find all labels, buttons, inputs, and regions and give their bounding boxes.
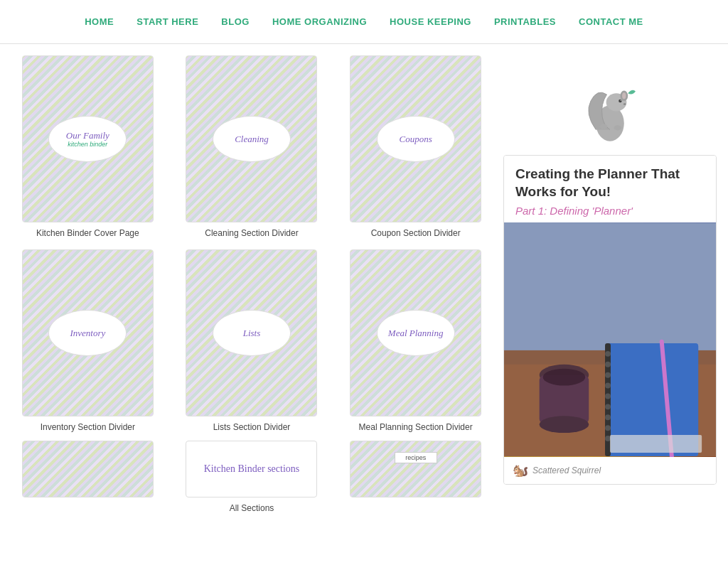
- binder-oval-meal-planning: Meal Planning: [377, 310, 455, 356]
- sections-suffix: sections: [267, 463, 299, 474]
- binder-card-coupons[interactable]: Coupons Coupon Section Divider: [339, 55, 492, 238]
- card-title-kitchen: Kitchen Binder Cover Page: [36, 228, 139, 238]
- binder-oval-inventory: Inventory: [48, 310, 127, 356]
- svg-point-4: [619, 99, 622, 103]
- svg-point-29: [543, 369, 586, 386]
- svg-point-26: [605, 436, 611, 441]
- binder-card-meal-planning[interactable]: Meal Planning Meal Planning Section Divi…: [339, 249, 492, 432]
- card-title-lists: Lists Section Divider: [213, 422, 291, 432]
- page-wrapper: Our Family kitchen binder Kitchen Binder…: [0, 44, 728, 565]
- sidebar: Creating the Planner That Works for You!…: [503, 55, 717, 554]
- svg-point-18: [605, 351, 611, 357]
- svg-point-8: [614, 125, 621, 130]
- promo-footer-text: Scattered Squirrel: [532, 466, 601, 475]
- bottom-thumbnail-3: recipes: [350, 441, 481, 497]
- binder-thumbnail-inventory: Inventory: [22, 249, 154, 416]
- squirrel-area: [503, 55, 717, 155]
- svg-point-20: [605, 372, 611, 378]
- bottom-card-1[interactable]: [11, 441, 164, 513]
- card-title-cleaning: Cleaning Section Divider: [205, 228, 298, 238]
- binder-oval-lists: Lists: [213, 310, 291, 356]
- svg-point-24: [605, 415, 611, 421]
- binder-thumbnail-meal-planning: Meal Planning: [350, 249, 481, 416]
- svg-point-22: [605, 394, 611, 399]
- binder-card-inventory[interactable]: Inventory Inventory Section Divider: [11, 249, 164, 432]
- svg-point-3: [622, 92, 626, 99]
- promo-footer: 🐿️ Scattered Squirrel: [504, 457, 716, 484]
- main-nav: HOME START HERE BLOG HOME ORGANIZING HOU…: [0, 0, 728, 44]
- squirrel-icon: [578, 68, 642, 146]
- nav-blog[interactable]: BLOG: [221, 16, 250, 27]
- card-title-inventory: Inventory Section Divider: [41, 422, 135, 432]
- binder-thumbnail-kitchen: Our Family kitchen binder: [22, 55, 154, 222]
- binder-oval-cleaning: Cleaning: [213, 116, 291, 162]
- chevron-bg: [350, 441, 481, 497]
- oval-main-label: Coupons: [400, 134, 432, 145]
- svg-point-7: [600, 124, 608, 129]
- oval-main-label: Inventory: [70, 328, 105, 339]
- svg-point-19: [605, 362, 611, 367]
- sections-title: Kitchen Binder sections: [204, 463, 300, 475]
- svg-point-6: [623, 103, 626, 105]
- sections-prefix: Kitchen Binder: [204, 463, 267, 474]
- promo-subtitle: Part 1: Defining 'Planner': [515, 205, 705, 217]
- oval-sub-label: kitchen binder: [68, 141, 107, 148]
- nav-home[interactable]: HOME: [85, 16, 114, 27]
- promo-image: [504, 222, 716, 457]
- oval-main-label: Lists: [243, 328, 261, 339]
- promo-card[interactable]: Creating the Planner That Works for You!…: [503, 155, 717, 485]
- svg-point-23: [605, 404, 611, 410]
- oval-main-label: Our Family: [66, 130, 109, 141]
- nav-contact[interactable]: CONTACT ME: [579, 16, 643, 27]
- nav-start-here[interactable]: START HERE: [136, 16, 198, 27]
- binder-card-lists[interactable]: Lists Lists Section Divider: [176, 249, 328, 432]
- chevron-bg: [23, 441, 153, 497]
- card-title-coupons: Coupon Section Divider: [371, 228, 461, 238]
- binder-thumbnail-lists: Lists: [186, 249, 317, 416]
- binder-thumbnail-cleaning: Cleaning: [186, 55, 317, 222]
- nav-house-keeping[interactable]: HOUSE KEEPING: [390, 16, 471, 27]
- binder-thumbnail-coupons: Coupons: [350, 55, 481, 222]
- svg-point-5: [621, 99, 621, 100]
- nav-printables[interactable]: PRINTABLES: [494, 16, 556, 27]
- svg-rect-28: [610, 435, 702, 453]
- promo-header: Creating the Planner That Works for You!…: [504, 156, 716, 222]
- sections-card: Kitchen Binder sections: [186, 441, 317, 497]
- svg-point-25: [605, 426, 611, 431]
- card-title-meal-planning: Meal Planning Section Divider: [359, 422, 473, 432]
- svg-point-14: [540, 416, 589, 434]
- recipes-label: recipes: [395, 452, 437, 463]
- oval-main-label: Meal Planning: [388, 328, 444, 339]
- binder-card-cleaning[interactable]: Cleaning Cleaning Section Divider: [176, 55, 328, 238]
- binder-card-kitchen[interactable]: Our Family kitchen binder Kitchen Binder…: [11, 55, 164, 238]
- main-content: Our Family kitchen binder Kitchen Binder…: [11, 55, 492, 554]
- binder-oval-coupons: Coupons: [377, 116, 455, 162]
- binder-oval-kitchen: Our Family kitchen binder: [48, 116, 127, 162]
- promo-title: Creating the Planner That Works for You!: [515, 166, 705, 200]
- bottom-row: Kitchen Binder sections All Sections rec…: [11, 441, 492, 513]
- binder-grid: Our Family kitchen binder Kitchen Binder…: [11, 55, 492, 432]
- bottom-thumbnail-1: [22, 441, 154, 497]
- all-sections-label: All Sections: [230, 503, 274, 513]
- squirrel-footer-icon: 🐿️: [513, 463, 528, 478]
- svg-point-21: [605, 383, 611, 389]
- bottom-card-3[interactable]: recipes: [339, 441, 492, 513]
- bottom-card-sections[interactable]: Kitchen Binder sections All Sections: [176, 441, 328, 513]
- nav-home-organizing[interactable]: HOME ORGANIZING: [272, 16, 367, 27]
- oval-main-label: Cleaning: [235, 134, 269, 145]
